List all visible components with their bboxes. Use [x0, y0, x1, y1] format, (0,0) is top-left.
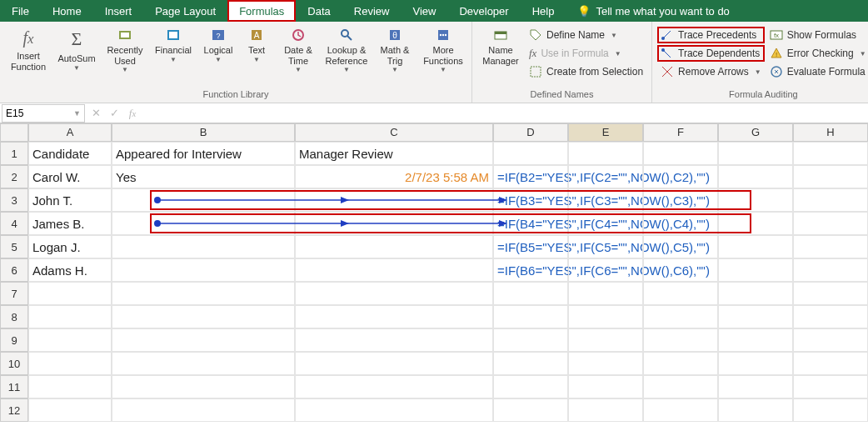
cell-d10[interactable] [493, 352, 568, 375]
cell-f2[interactable] [643, 165, 718, 188]
cell-f11[interactable] [643, 375, 718, 398]
cell-f9[interactable] [643, 328, 718, 352]
cell-c3[interactable] [295, 188, 493, 212]
cell-b2[interactable]: Yes [112, 165, 295, 188]
lookup-button[interactable]: Lookup & Reference ▼ [323, 25, 370, 73]
autosum-button[interactable]: Σ AutoSum ▼ [53, 25, 100, 72]
cell-c5[interactable] [295, 235, 493, 258]
cell-c6[interactable] [295, 258, 493, 282]
row-header-6[interactable]: 6 [0, 258, 28, 282]
trace-dependents-button[interactable]: Trace Dependents [657, 45, 765, 62]
cell-h2[interactable] [793, 165, 868, 188]
cell-f8[interactable] [643, 305, 718, 328]
cell-e4[interactable] [568, 212, 643, 235]
cell-d12[interactable] [493, 398, 568, 422]
row-header-1[interactable]: 1 [0, 142, 28, 165]
col-header-g[interactable]: G [718, 123, 793, 142]
financial-button[interactable]: Financial ▼ [150, 25, 197, 63]
tab-home[interactable]: Home [41, 0, 93, 22]
tab-file[interactable]: File [0, 0, 41, 22]
date-time-button[interactable]: Date & Time ▼ [275, 25, 322, 73]
tab-view[interactable]: View [401, 0, 447, 22]
cell-a4[interactable]: James B. [28, 212, 112, 235]
cell-e9[interactable] [568, 328, 643, 352]
cell-h12[interactable] [793, 398, 868, 422]
cell-c2[interactable]: 2/7/23 5:58 AM [295, 165, 493, 188]
cell-h7[interactable] [793, 282, 868, 305]
tell-me-search[interactable]: 💡 Tell me what you want to do [566, 0, 741, 22]
cell-e7[interactable] [568, 282, 643, 305]
row-header-2[interactable]: 2 [0, 165, 28, 188]
cell-g4[interactable] [718, 212, 793, 235]
col-header-c[interactable]: C [295, 123, 493, 142]
cell-h3[interactable] [793, 188, 868, 212]
cell-b11[interactable] [112, 375, 295, 398]
cell-h11[interactable] [793, 375, 868, 398]
cell-a1[interactable]: Candidate [28, 142, 112, 165]
cell-d11[interactable] [493, 375, 568, 398]
cell-e8[interactable] [568, 305, 643, 328]
cell-a9[interactable] [28, 328, 112, 352]
col-header-f[interactable]: F [643, 123, 718, 142]
cell-e6[interactable] [568, 258, 643, 282]
define-name-button[interactable]: Define Name▼ [526, 27, 646, 43]
cell-b9[interactable] [112, 328, 295, 352]
col-header-a[interactable]: A [28, 123, 112, 142]
cell-h4[interactable] [793, 212, 868, 235]
col-header-b[interactable]: B [112, 123, 295, 142]
cell-a5[interactable]: Logan J. [28, 235, 112, 258]
row-header-11[interactable]: 11 [0, 375, 28, 398]
tab-formulas[interactable]: Formulas [227, 0, 296, 22]
evaluate-formula-button[interactable]: Evaluate Formula [766, 63, 868, 80]
cell-h9[interactable] [793, 328, 868, 352]
cell-g6[interactable] [718, 258, 793, 282]
cell-d4[interactable]: =IF(B4="YES",IF(C4="",NOW(),C4),"") [493, 212, 568, 235]
cell-e1[interactable] [568, 142, 643, 165]
cell-c1[interactable]: Manager Review [295, 142, 493, 165]
cell-h1[interactable] [793, 142, 868, 165]
col-header-h[interactable]: H [793, 123, 868, 142]
cell-f3[interactable] [643, 188, 718, 212]
fx-icon[interactable]: fx [123, 107, 142, 120]
create-from-selection-button[interactable]: Create from Selection [526, 63, 646, 80]
cell-a3[interactable]: John T. [28, 188, 112, 212]
row-header-5[interactable]: 5 [0, 235, 28, 258]
cell-b10[interactable] [112, 352, 295, 375]
cell-f7[interactable] [643, 282, 718, 305]
select-all-corner[interactable] [0, 123, 28, 142]
cell-h10[interactable] [793, 352, 868, 375]
row-header-4[interactable]: 4 [0, 212, 28, 235]
cell-a10[interactable] [28, 352, 112, 375]
cell-d5[interactable]: =IF(B5="YES",IF(C5="",NOW(),C5),"") [493, 235, 568, 258]
cell-g3[interactable] [718, 188, 793, 212]
cell-e10[interactable] [568, 352, 643, 375]
cell-a6[interactable]: Adams H. [28, 258, 112, 282]
show-formulas-button[interactable]: fx Show Formulas [766, 27, 868, 43]
cell-f12[interactable] [643, 398, 718, 422]
cell-b12[interactable] [112, 398, 295, 422]
cell-c10[interactable] [295, 352, 493, 375]
row-header-3[interactable]: 3 [0, 188, 28, 212]
cell-g8[interactable] [718, 305, 793, 328]
text-button[interactable]: A Text ▼ [240, 25, 273, 63]
col-header-d[interactable]: D [493, 123, 568, 142]
cell-g12[interactable] [718, 398, 793, 422]
row-header-8[interactable]: 8 [0, 305, 28, 328]
cell-b3[interactable] [112, 188, 295, 212]
cell-d8[interactable] [493, 305, 568, 328]
cell-b4[interactable] [112, 212, 295, 235]
cell-g9[interactable] [718, 328, 793, 352]
cell-b7[interactable] [112, 282, 295, 305]
cell-a2[interactable]: Carol W. [28, 165, 112, 188]
cell-c11[interactable] [295, 375, 493, 398]
cell-c12[interactable] [295, 398, 493, 422]
cell-c9[interactable] [295, 328, 493, 352]
cell-h5[interactable] [793, 235, 868, 258]
cell-d3[interactable]: =IF(B3="YES",IF(C3="",NOW(),C3),"") [493, 188, 568, 212]
error-checking-button[interactable]: ! Error Checking▼ [766, 45, 868, 62]
cell-b1[interactable]: Appeared for Interview [112, 142, 295, 165]
tab-pagelayout[interactable]: Page Layout [143, 0, 227, 22]
cell-d7[interactable] [493, 282, 568, 305]
cell-f1[interactable] [643, 142, 718, 165]
cell-e2[interactable] [568, 165, 643, 188]
